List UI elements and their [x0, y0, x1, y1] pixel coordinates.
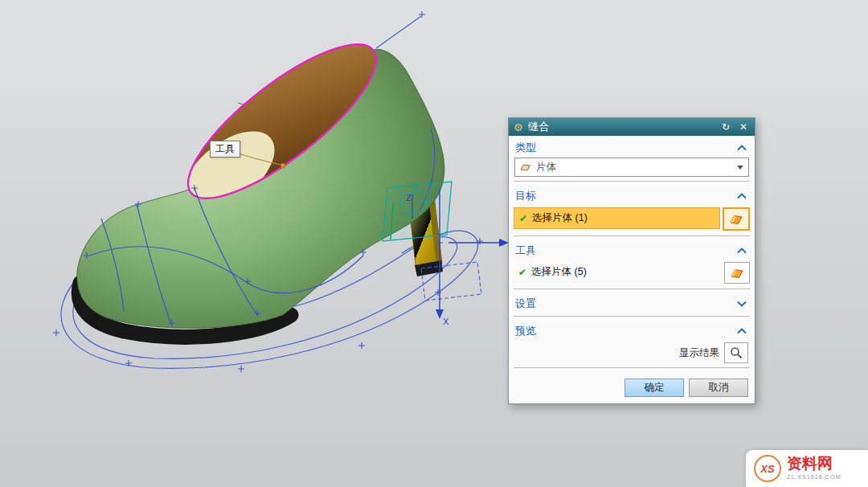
- section-header-target[interactable]: 目标: [514, 186, 750, 206]
- chevron-up-icon: [737, 145, 747, 151]
- check-icon: ✔: [519, 213, 527, 224]
- watermark-badge: XS 资料网 ZL.XS1616.COM: [746, 450, 868, 487]
- separator: [514, 316, 750, 319]
- tool-selection-label: 选择片体 (5): [531, 265, 587, 279]
- separator: [514, 181, 750, 184]
- type-section-label: 类型: [515, 141, 536, 155]
- top-guide-curve: [376, 16, 421, 48]
- sheet-body-orange-icon: [729, 213, 743, 225]
- sheet-body-icon: [520, 162, 531, 172]
- close-button[interactable]: ✕: [737, 122, 750, 132]
- separator: [514, 367, 750, 370]
- target-selection-row: ✔ 选择片体 (1): [514, 207, 750, 231]
- tool-sheet-body-button[interactable]: [724, 262, 750, 284]
- check-icon: ✔: [518, 267, 526, 278]
- type-dropdown[interactable]: 片体: [514, 158, 749, 177]
- preview-section-label: 预览: [515, 324, 536, 338]
- dialog-title: 缝合: [528, 120, 714, 134]
- reset-button[interactable]: ↻: [719, 122, 732, 132]
- ok-button[interactable]: 确定: [624, 379, 684, 397]
- chevron-up-icon: [737, 328, 747, 334]
- separator: [514, 289, 750, 292]
- sheet-body-orange-icon: [730, 267, 744, 279]
- show-result-button[interactable]: [724, 342, 748, 363]
- watermark-logo: XS: [754, 455, 781, 482]
- target-selection-label: 选择片体 (1): [532, 211, 588, 225]
- axis-z-label: Z: [406, 193, 411, 203]
- type-dropdown-value: 片体: [536, 161, 732, 174]
- tool-tooltip: 工具: [210, 141, 240, 158]
- chevron-up-icon: [737, 193, 747, 199]
- chevron-down-icon: [737, 301, 747, 307]
- target-select-sheet[interactable]: ✔ 选择片体 (1): [514, 207, 720, 229]
- magnifier-icon: [730, 346, 743, 359]
- dialog-titlebar[interactable]: ⚙ 缝合 ↻ ✕: [509, 118, 755, 136]
- tool-section-label: 工具: [515, 244, 536, 258]
- dropdown-arrow-icon: [737, 166, 743, 170]
- dashed-datum-rect: [421, 262, 481, 301]
- preview-row: 显示结果: [514, 341, 750, 365]
- target-section-label: 目标: [515, 189, 536, 203]
- section-header-preview[interactable]: 预览: [514, 321, 750, 341]
- tool-select-sheet[interactable]: ✔ 选择片体 (5): [514, 262, 722, 282]
- section-header-type[interactable]: 类型: [514, 138, 750, 158]
- show-result-label: 显示结果: [679, 346, 719, 360]
- separator: [514, 235, 750, 239]
- dialog-body: 类型 片体 目标 ✔ 选择片体 (1): [509, 136, 755, 403]
- watermark-brand: 资料网: [787, 456, 841, 473]
- chevron-up-icon: [737, 248, 747, 254]
- sew-dialog: ⚙ 缝合 ↻ ✕ 类型 片体 目标 ✔: [508, 117, 755, 404]
- target-sheet-body-button[interactable]: [723, 207, 750, 231]
- settings-section-label: 设置: [515, 297, 536, 311]
- dialog-buttons: 确定 取消: [514, 373, 750, 398]
- tool-selection-row: ✔ 选择片体 (5): [514, 262, 750, 284]
- gear-icon: ⚙: [514, 122, 523, 133]
- cancel-button[interactable]: 取消: [689, 379, 748, 397]
- section-header-settings[interactable]: 设置: [514, 294, 750, 313]
- watermark-url: ZL.XS1616.COM: [787, 474, 841, 481]
- section-header-tool[interactable]: 工具: [514, 241, 750, 260]
- axis-x-label: X: [443, 317, 449, 326]
